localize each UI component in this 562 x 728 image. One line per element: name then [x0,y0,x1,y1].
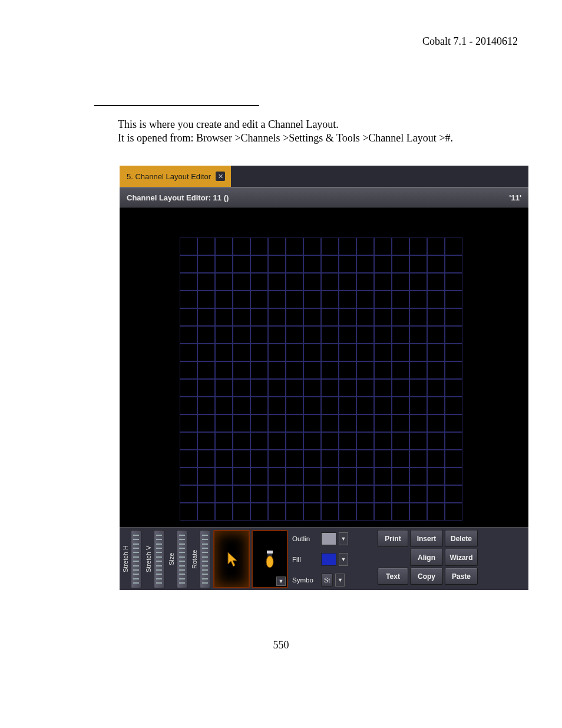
layout-grid [180,238,462,521]
paste-button[interactable]: Paste [445,568,478,585]
channel-layout-editor-window: 5. Channel Layout Editor ✕ Channel Layou… [120,166,528,584]
slider-stretch-v[interactable]: Stretch V [144,530,166,588]
subheader-id: '11' [509,193,521,202]
tool-select[interactable] [213,530,250,588]
fill-dropdown-icon[interactable]: ▼ [339,553,348,566]
text-button[interactable]: Text [378,568,408,585]
slider-track[interactable] [131,530,141,588]
page-header: Cobalt 7.1 - 20140612 [422,35,518,48]
outline-swatch[interactable] [321,532,336,545]
tool-tiles: ▼ [213,530,288,588]
symbol-label: Symbo [292,577,319,584]
slider-track[interactable] [154,530,164,588]
slider-stretch-h[interactable]: Stretch H [121,530,143,588]
page-number: 550 [0,639,562,651]
outline-label: Outlin [292,535,319,542]
editor-subheader: Channel Layout Editor: 11 () '11' [120,187,528,208]
svg-rect-0 [267,551,273,554]
slider-rotate[interactable]: Rotate [190,530,211,588]
symbol-dropdown-icon[interactable]: ▼ [335,574,345,587]
print-button[interactable]: Print [378,530,408,547]
tool-dropdown-icon[interactable]: ▼ [276,577,286,586]
insert-button[interactable]: Insert [410,530,443,547]
fill-swatch[interactable] [321,553,336,566]
delete-button[interactable]: Delete [445,530,478,547]
svg-point-2 [266,556,273,568]
property-panel: Outlin ▼ Fill ▼ Symbo St ▼ [290,530,376,588]
layout-canvas[interactable] [120,208,528,527]
prop-symbol: Symbo St ▼ [292,571,376,588]
tool-fixture[interactable]: ▼ [252,530,288,588]
tab-channel-layout-editor[interactable]: 5. Channel Layout Editor ✕ [120,166,231,187]
tab-strip: 5. Channel Layout Editor ✕ [120,166,528,187]
intro-text: This is where you create and edit a Chan… [118,118,453,144]
prop-outline: Outlin ▼ [292,530,376,547]
prop-fill: Fill ▼ [292,551,376,568]
align-button[interactable]: Align [410,549,443,566]
close-icon[interactable]: ✕ [216,172,225,181]
bottom-toolbar: Stretch HStretch VSizeRotate ▼ [120,527,528,590]
intro-line-1: This is where you create and edit a Chan… [118,118,453,131]
section-divider [94,105,259,106]
slider-label: Stretch H [121,530,130,588]
action-buttons: Print Insert Delete Align Wizard Text Co… [378,530,478,588]
slider-track[interactable] [200,530,210,588]
slider-group: Stretch HStretch VSizeRotate [121,530,211,588]
slider-size[interactable]: Size [167,530,189,588]
intro-line-2: It is opened from: Browser >Channels >Se… [118,131,453,145]
slider-label: Size [167,530,176,588]
wizard-button[interactable]: Wizard [445,549,478,566]
copy-button[interactable]: Copy [410,568,443,585]
subheader-title: Channel Layout Editor: 11 () [127,193,229,202]
slider-track[interactable] [177,530,187,588]
slider-label: Stretch V [144,530,153,588]
fixture-icon [265,550,275,569]
fill-label: Fill [292,556,319,563]
slider-label: Rotate [190,530,199,588]
symbol-value[interactable]: St [321,574,333,587]
outline-dropdown-icon[interactable]: ▼ [339,532,348,545]
tab-title: 5. Channel Layout Editor [127,172,211,181]
